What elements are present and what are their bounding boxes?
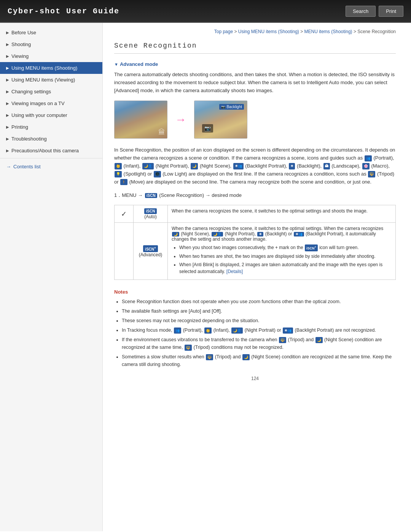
portrait-icon-note: 👥	[174, 328, 181, 334]
sidebar: ▶ Before Use ▶ Shooting ▶ Viewing ▶ Usin…	[0, 23, 103, 531]
backlight-label: Backlight	[226, 105, 242, 109]
notes-item: In Tracking focus mode, 👥 (Portrait), 👶 …	[122, 326, 396, 334]
notes-heading: Notes	[114, 289, 396, 295]
notes-item: The available flash settings are [Auto] …	[122, 307, 396, 315]
backlight-icon-table: ☀	[257, 232, 263, 236]
bullet-item: When you shoot two images consecutively,…	[179, 244, 392, 251]
arrow-right-icon: →	[6, 164, 11, 169]
triangle-icon: ▼	[114, 62, 118, 67]
arrow-icon: ▶	[6, 30, 9, 35]
advanced-bullets: When you shoot two images consecutively,…	[172, 244, 392, 275]
details-link[interactable]: [Details]	[226, 269, 243, 274]
infant-icon: 👶	[115, 163, 122, 169]
sidebar-item-label: Shooting	[11, 42, 31, 47]
header-buttons: Search Print	[346, 6, 403, 17]
arrow-icon: ▶	[6, 137, 9, 141]
sidebar-item-viewing-tv[interactable]: ▶ Viewing images on a TV	[0, 97, 102, 109]
checkmark-icon: ✓	[121, 210, 127, 218]
notes-section: Notes Scene Recognition function does no…	[114, 289, 396, 368]
arrow-icon: ▶	[6, 66, 9, 70]
breadcrumb-menu-items-shooting[interactable]: MENU items (Shooting)	[304, 29, 352, 34]
night-scene-icon: 🌙	[191, 163, 198, 169]
sidebar-item-before-use[interactable]: ▶ Before Use	[0, 27, 102, 38]
arrow-icon: ▶	[6, 54, 9, 58]
night-portrait-icon-note: 🌙👤	[231, 328, 243, 334]
contents-list-link[interactable]: → Contents list	[0, 160, 102, 173]
camera-icon-overlay: 📷	[202, 124, 213, 133]
spotlight-icon: 💡	[115, 171, 122, 177]
arrow-icon: ▶	[6, 78, 9, 82]
arrow-between-images: →	[175, 113, 186, 126]
bullet-item: When two frames are shot, the two images…	[179, 253, 392, 260]
sidebar-item-troubleshooting[interactable]: ▶ Troubleshooting	[0, 133, 102, 145]
iscn-plus-icon: iSCN+	[143, 245, 158, 252]
tripod-icon-note: 🔱	[279, 337, 286, 343]
scene-description: In Scene Recognition, the position of an…	[114, 146, 396, 186]
app-title: Cyber-shot User Guide	[8, 7, 119, 16]
search-button[interactable]: Search	[346, 6, 376, 17]
table-cell-advanced-desc: When the camera recognizes the scene, it…	[168, 223, 396, 280]
sidebar-divider	[0, 158, 102, 158]
tripod-icon: 🔱	[368, 171, 375, 177]
sidebar-item-label: Changing settings	[11, 89, 51, 94]
night-scene-icon-note: 🌙	[315, 337, 323, 343]
iscn-auto-icon: iSCN	[144, 208, 157, 214]
backlight-badge: 📷 Backlight	[219, 104, 244, 110]
main-layout: ▶ Before Use ▶ Shooting ▶ Viewing ▶ Usin…	[0, 23, 411, 531]
header: Cyber-shot User Guide Search Print	[0, 0, 411, 23]
tripod-icon-note2: 🔱	[185, 345, 192, 351]
arrow-icon: ▶	[6, 42, 9, 46]
iscn-plus-inline: iSCN+	[305, 244, 318, 252]
scene-recognition-table: ✓ iSCN (Auto) When the camera recognizes…	[114, 205, 396, 280]
sidebar-item-using-computer[interactable]: ▶ Using with your computer	[0, 109, 102, 121]
backlight-portrait-icon-note: ☀👥	[283, 328, 293, 334]
iscn-icon-step: iSCN	[145, 193, 157, 198]
sidebar-item-using-menu-shooting[interactable]: ▶ Using MENU items (Shooting)	[0, 62, 102, 74]
infant-icon-note: 👶	[204, 328, 212, 334]
sidebar-item-printing[interactable]: ▶ Printing	[0, 121, 102, 133]
notes-item: Scene Recognition function does not oper…	[122, 298, 396, 305]
sidebar-item-label: Viewing images on a TV	[11, 101, 65, 106]
notes-item: If the environment causes vibrations to …	[122, 336, 396, 351]
portrait-icon: 👥	[365, 155, 372, 161]
sidebar-item-label: Before Use	[11, 30, 36, 35]
breadcrumb-sep2: >	[300, 29, 304, 34]
menu-step: 1．MENU → iSCN (Scene Recognition) → desi…	[114, 192, 396, 199]
breadcrumb: Top page > Using MENU items (Shooting) >…	[114, 29, 396, 34]
sidebar-item-using-menu-viewing[interactable]: ▶ Using MENU items (Viewing)	[0, 74, 102, 86]
sidebar-item-viewing[interactable]: ▶ Viewing	[0, 50, 102, 62]
sidebar-item-precautions[interactable]: ▶ Precautions/About this camera	[0, 145, 102, 157]
backlight-portrait-icon: ☀👥	[233, 163, 244, 169]
print-button[interactable]: Print	[379, 6, 403, 17]
contents-link-label: Contents list	[13, 164, 41, 169]
page-title: Scene Recognition	[114, 42, 396, 54]
advanced-desc-intro: When the camera recognizes the scene, it…	[172, 226, 392, 242]
sidebar-item-changing-settings[interactable]: ▶ Changing settings	[0, 86, 102, 97]
table-row: iSCN+ (Advanced) When the camera recogni…	[115, 223, 396, 280]
breadcrumb-current: Scene Recognition	[357, 29, 396, 34]
backlight-portrait-icon-table: ☀👥	[294, 232, 304, 236]
sidebar-item-label: Printing	[11, 124, 28, 130]
breadcrumb-sep1: >	[234, 29, 238, 34]
tripod-icon-note3: 🔱	[206, 354, 213, 360]
low-light-icon: 🌑	[154, 171, 161, 177]
backlight-icon: ☀	[289, 163, 295, 169]
intro-paragraph: The camera automatically detects shootin…	[114, 71, 396, 94]
sidebar-item-label: Using with your computer	[11, 112, 67, 118]
sidebar-item-shooting[interactable]: ▶ Shooting	[0, 38, 102, 50]
before-image: 🏛	[114, 101, 167, 139]
image-section: 🏛 → 📷 Backlight 📷	[114, 101, 396, 139]
breadcrumb-using-menu-shooting[interactable]: Using MENU items (Shooting)	[238, 29, 299, 34]
table-row: ✓ iSCN (Auto) When the camera recognizes…	[115, 205, 396, 223]
auto-label: (Auto)	[144, 214, 157, 219]
section-heading: ▼ Advanced mode	[114, 61, 396, 67]
table-cell-empty-check	[115, 223, 134, 280]
move-icon: 🚶	[120, 179, 127, 185]
night-scene-icon-table: 🌙	[172, 232, 179, 236]
arrow-icon: ▶	[6, 113, 9, 117]
night-portrait-icon: 🌙👤	[142, 163, 154, 169]
notes-item: These scenes may not be recognized depen…	[122, 317, 396, 324]
breadcrumb-top-page[interactable]: Top page	[214, 29, 233, 34]
table-cell-advanced-label: iSCN+ (Advanced)	[134, 223, 168, 280]
notes-item: Sometimes a slow shutter results when 🔱 …	[122, 353, 396, 368]
